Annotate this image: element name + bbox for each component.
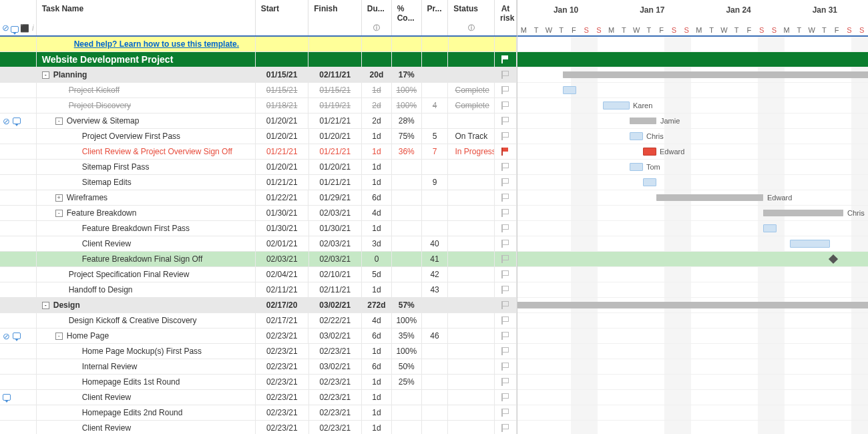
gantt-bar[interactable]: Edward (643, 148, 656, 156)
cell-status[interactable] (448, 221, 495, 236)
cell-pct[interactable] (392, 236, 422, 251)
gantt-bar[interactable]: Jamie (630, 118, 656, 124)
task-row[interactable]: Homepage Edits 1st Round02/23/2102/23/21… (0, 375, 517, 390)
task-name-cell[interactable]: Design Kickoff & Creative Discovery (37, 313, 256, 328)
cell-pred[interactable] (422, 298, 449, 312)
cell-start[interactable]: 01/18/21 (256, 98, 309, 113)
cell-start[interactable]: 01/21/21 (256, 144, 309, 159)
cell-dur[interactable]: 1d (362, 175, 392, 190)
cell-at-risk[interactable] (495, 390, 517, 405)
cell-finish[interactable]: 01/21/21 (309, 144, 363, 159)
cell-finish[interactable]: 02/11/21 (308, 282, 362, 297)
cell-dur[interactable]: 272d (362, 298, 392, 312)
cell-at-risk[interactable] (495, 405, 517, 420)
cell-pct[interactable]: 100% (392, 313, 422, 328)
cell-at-risk[interactable] (495, 282, 517, 297)
task-row[interactable]: Handoff to Design02/11/2102/11/211d43 (0, 282, 517, 298)
cell-start[interactable]: 02/01/21 (256, 236, 309, 251)
cell-start[interactable]: 01/20/21 (256, 114, 309, 128)
task-name-cell[interactable]: Feature Breakdown First Pass (37, 221, 256, 236)
cell-status[interactable] (448, 206, 495, 220)
cell-status[interactable] (448, 313, 495, 328)
flag-icon[interactable] (501, 209, 509, 217)
cell-start[interactable]: 02/03/21 (256, 252, 309, 266)
cell-pred[interactable] (422, 206, 449, 220)
flag-icon[interactable] (501, 240, 509, 248)
flag-icon[interactable] (501, 178, 509, 186)
cell-pct[interactable] (392, 267, 422, 282)
cell-finish[interactable]: 02/23/21 (309, 390, 363, 405)
cell-dur[interactable]: 5d (362, 267, 392, 282)
gantt-bar[interactable]: Chris (763, 210, 843, 216)
cell-finish[interactable]: 02/10/21 (308, 267, 362, 282)
cell-dur[interactable]: 1d (362, 221, 392, 236)
flag-icon[interactable] (501, 301, 509, 309)
cell-start[interactable]: 02/17/21 (256, 313, 309, 328)
cell-at-risk[interactable] (495, 359, 517, 374)
task-name-cell[interactable]: +Wireframes (37, 190, 256, 205)
cell-finish[interactable]: 02/23/21 (309, 375, 363, 389)
cell-start[interactable]: 01/20/21 (256, 129, 309, 144)
comment-icon[interactable] (13, 118, 21, 124)
task-row[interactable]: -Design02/17/2003/02/21272d57% (0, 298, 517, 313)
header-status[interactable]: Statusⓘ (448, 0, 495, 35)
task-name-cell[interactable]: -Planning (37, 67, 256, 82)
cell-pct[interactable] (392, 282, 422, 297)
task-name-cell[interactable]: -Overview & Sitemap (37, 114, 256, 128)
cell-pct[interactable] (392, 52, 422, 67)
task-row[interactable]: Homepage Edits 2nd Round02/23/2102/23/21… (0, 405, 517, 421)
cell-finish[interactable]: 03/02/21 (308, 298, 362, 312)
flag-icon[interactable] (501, 286, 509, 294)
header-task[interactable]: Task Name (37, 0, 256, 35)
cell-dur[interactable]: 1d (362, 144, 392, 159)
cell-at-risk[interactable] (495, 298, 517, 312)
task-row[interactable]: Need help? Learn how to use this templat… (0, 37, 517, 52)
cell-pred[interactable] (422, 390, 449, 405)
cell-start[interactable]: 01/30/21 (256, 206, 309, 220)
help-link[interactable]: Need help? Learn how to use this templat… (74, 39, 239, 49)
task-row[interactable]: Website Development Project (0, 52, 517, 67)
cell-finish[interactable]: 02/03/21 (309, 236, 363, 251)
cell-at-risk[interactable] (495, 190, 517, 205)
cell-finish[interactable] (309, 37, 363, 51)
gantt-body[interactable]: KarenJamieChrisEdwardTomEdwardChris (517, 37, 868, 434)
cell-at-risk[interactable] (495, 144, 517, 159)
attachment-icon[interactable]: ⊘ (3, 116, 10, 126)
cell-dur[interactable]: 1d (362, 344, 392, 359)
task-row[interactable]: Design Kickoff & Creative Discovery02/17… (0, 313, 517, 329)
cell-pct[interactable] (392, 206, 422, 220)
cell-at-risk[interactable] (495, 221, 517, 236)
flag-icon[interactable] (501, 148, 509, 156)
flag-icon[interactable] (501, 270, 509, 278)
task-row[interactable]: Feature Breakdown Final Sign Off02/03/21… (0, 252, 517, 267)
cell-pred[interactable]: 46 (422, 329, 449, 343)
task-name-cell[interactable]: Project Kickoff (37, 83, 256, 97)
cell-finish[interactable]: 01/20/21 (309, 160, 363, 174)
cell-dur[interactable]: 1d (362, 129, 392, 144)
cell-at-risk[interactable] (495, 267, 517, 282)
cell-pred[interactable] (422, 52, 449, 67)
cell-pred[interactable] (422, 160, 449, 174)
cell-pred[interactable]: 42 (422, 267, 449, 282)
cell-pred[interactable] (422, 375, 449, 389)
flag-icon[interactable] (501, 55, 509, 63)
cell-at-risk[interactable] (495, 160, 517, 174)
cell-finish[interactable]: 02/22/21 (308, 313, 362, 328)
cell-start[interactable]: 02/23/21 (256, 375, 309, 389)
cell-finish[interactable]: 02/11/21 (308, 67, 362, 82)
cell-at-risk[interactable] (495, 37, 517, 51)
cell-at-risk[interactable] (495, 52, 517, 67)
cell-at-risk[interactable] (495, 344, 517, 359)
cell-dur[interactable]: 3d (362, 236, 392, 251)
flag-icon[interactable] (501, 101, 509, 110)
cell-status[interactable] (448, 359, 495, 374)
cell-finish[interactable]: 02/23/21 (309, 344, 363, 359)
flag-icon[interactable] (501, 86, 509, 94)
cell-start[interactable]: 01/22/21 (256, 190, 309, 205)
cell-finish[interactable]: 01/21/21 (309, 175, 363, 190)
task-name-cell[interactable]: -Home Page (37, 329, 256, 343)
cell-start[interactable]: 02/23/21 (256, 421, 309, 434)
cell-at-risk[interactable] (495, 329, 517, 343)
flag-icon[interactable] (501, 224, 509, 232)
gantt-bar[interactable] (563, 71, 868, 78)
